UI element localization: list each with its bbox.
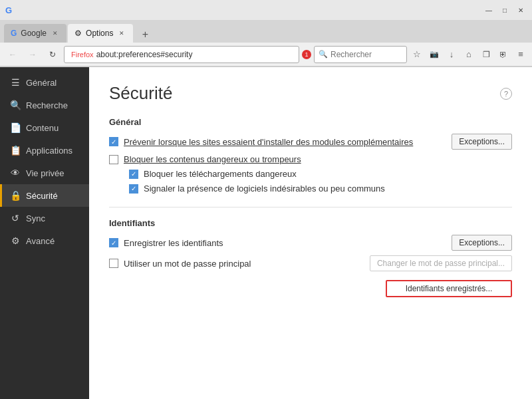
title-bar-left: G	[5, 5, 12, 15]
download-icon[interactable]: ↓	[444, 47, 459, 62]
tabs-bar: G Google ✕ ⚙ Options ✕ +	[0, 20, 532, 43]
option-block-downloads: Bloquer les téléchargements dangereux	[109, 169, 512, 179]
sidebar-contenu-label: Contenu	[26, 123, 59, 133]
page-title-row: Sécurité ?	[109, 83, 512, 104]
close-button[interactable]: ✕	[515, 4, 527, 16]
sidebar-vie-privee-label: Vie privée	[26, 168, 65, 178]
sync-icon: ↺	[10, 213, 21, 223]
section-identifiants: Identifiants Enregistrer les identifiant…	[109, 218, 512, 297]
menu-icon[interactable]: ≡	[513, 47, 528, 62]
option-report-unwanted: Signaler la présence de logiciels indési…	[109, 184, 512, 194]
window-controls: — □ ✕	[483, 4, 527, 16]
sidebar-item-vie-privee[interactable]: 👁 Vie privée	[0, 162, 89, 184]
checkbox-save-logins[interactable]	[109, 238, 118, 247]
pocket-icon[interactable]: ❒	[479, 47, 493, 62]
browser-logo-icon: G	[5, 5, 12, 15]
new-tab-button[interactable]: +	[137, 27, 153, 43]
exceptions-button-addons[interactable]: Exceptions...	[452, 134, 512, 150]
tab-google[interactable]: G Google ✕	[4, 24, 66, 43]
minimize-button[interactable]: —	[483, 4, 495, 16]
tab-google-close[interactable]: ✕	[51, 29, 60, 38]
contenu-icon: 📄	[10, 122, 21, 133]
saved-logins-button[interactable]: Identifiants enregistrés...	[386, 280, 512, 297]
forward-button[interactable]: →	[24, 46, 41, 63]
screenshot-icon[interactable]: 📷	[427, 47, 442, 62]
sidebar-item-applications[interactable]: 📋 Applications	[0, 139, 89, 162]
checkbox-master-password[interactable]	[109, 259, 118, 268]
reload-button[interactable]: ↻	[44, 46, 61, 63]
toolbar-right: ☆ 📷 ↓ ⌂ ❒ ⛨ ≡	[410, 47, 528, 62]
search-icon: 🔍	[319, 50, 328, 59]
shield-icon[interactable]: ⛨	[496, 47, 511, 62]
window-chrome: G — □ ✕ G Google ✕ ⚙ Options ✕ + ← → ↻ F…	[0, 0, 532, 67]
sidebar-item-sync[interactable]: ↺ Sync	[0, 207, 89, 229]
applications-icon: 📋	[10, 145, 21, 156]
home-icon[interactable]: ⌂	[462, 47, 476, 62]
saved-logins-row: Identifiants enregistrés...	[109, 276, 512, 297]
firefox-label: Firefox	[71, 51, 94, 59]
checkbox-report-unwanted[interactable]	[129, 184, 138, 194]
options-tab-icon: ⚙	[74, 29, 82, 38]
search-input[interactable]	[331, 50, 402, 59]
change-password-button[interactable]: Changer le mot de passe principal...	[370, 255, 512, 271]
checkbox-block-downloads[interactable]	[129, 170, 138, 179]
sidebar-item-securite[interactable]: 🔒 Sécurité	[0, 184, 89, 207]
tab-options-close[interactable]: ✕	[117, 29, 126, 38]
search-bar[interactable]: 🔍	[314, 46, 407, 63]
sidebar-item-contenu[interactable]: 📄 Contenu	[0, 116, 89, 139]
section-general: Général Prévenir lorsque les sites essai…	[109, 117, 512, 194]
tab-options[interactable]: ⚙ Options ✕	[68, 24, 133, 43]
label-save-logins: Enregistrer les identifiants	[124, 238, 446, 248]
maximize-button[interactable]: □	[499, 4, 511, 16]
label-master-password: Utiliser un mot de passe principal	[124, 259, 364, 269]
help-icon[interactable]: ?	[500, 88, 512, 100]
section-divider	[109, 207, 512, 207]
sidebar-avance-label: Avancé	[26, 236, 55, 246]
option-master-password: Utiliser un mot de passe principal Chang…	[109, 255, 512, 271]
label-report-unwanted: Signaler la présence de logiciels indési…	[144, 184, 512, 194]
sidebar-recherche-label: Recherche	[26, 100, 68, 110]
title-bar: G — □ ✕	[0, 0, 532, 20]
option-block-dangerous: Bloquer les contenus dangereux ou trompe…	[109, 154, 512, 164]
option-prevent-addons: Prévenir lorsque les sites essaient d'in…	[109, 134, 512, 150]
checkbox-block-dangerous[interactable]	[109, 155, 118, 164]
checkbox-prevent-addons[interactable]	[109, 137, 118, 146]
general-icon: ☰	[10, 77, 21, 88]
exceptions-button-logins[interactable]: Exceptions...	[452, 235, 512, 251]
url-bar[interactable]: Firefox about:preferences#security	[64, 46, 299, 63]
notification-badge: 1	[302, 50, 311, 59]
sidebar-item-general[interactable]: ☰ Général	[0, 71, 89, 94]
sidebar-securite-label: Sécurité	[26, 191, 58, 201]
back-button[interactable]: ←	[4, 46, 21, 63]
sidebar-sync-label: Sync	[26, 213, 45, 223]
google-tab-icon: G	[11, 29, 17, 38]
tab-google-label: Google	[21, 29, 47, 38]
address-bar: ← → ↻ Firefox about:preferences#security…	[0, 43, 532, 66]
recherche-icon: 🔍	[10, 100, 21, 110]
section-general-title: Général	[109, 117, 512, 127]
securite-icon: 🔒	[10, 190, 21, 201]
vie-privee-icon: 👁	[10, 168, 21, 178]
section-identifiants-title: Identifiants	[109, 218, 512, 228]
sidebar-item-recherche[interactable]: 🔍 Recherche	[0, 94, 89, 116]
page-title: Sécurité	[109, 83, 172, 104]
sidebar: ☰ Général 🔍 Recherche 📄 Contenu 📋 Applic…	[0, 67, 89, 399]
url-text: about:preferences#security	[96, 50, 295, 59]
option-save-logins: Enregistrer les identifiants Exceptions.…	[109, 235, 512, 251]
label-block-downloads: Bloquer les téléchargements dangereux	[144, 169, 512, 179]
bookmark-icon[interactable]: ☆	[410, 47, 424, 62]
label-block-dangerous: Bloquer les contenus dangereux ou trompe…	[124, 154, 512, 164]
sidebar-applications-label: Applications	[26, 146, 72, 156]
content-area: Sécurité ? Général Prévenir lorsque les …	[89, 67, 532, 399]
sidebar-item-avance[interactable]: ⚙ Avancé	[0, 229, 89, 252]
avance-icon: ⚙	[10, 235, 21, 246]
label-prevent-addons: Prévenir lorsque les sites essaient d'in…	[124, 137, 446, 147]
main-layout: ☰ Général 🔍 Recherche 📄 Contenu 📋 Applic…	[0, 67, 532, 399]
sidebar-general-label: Général	[26, 78, 57, 88]
tab-options-label: Options	[86, 29, 113, 38]
